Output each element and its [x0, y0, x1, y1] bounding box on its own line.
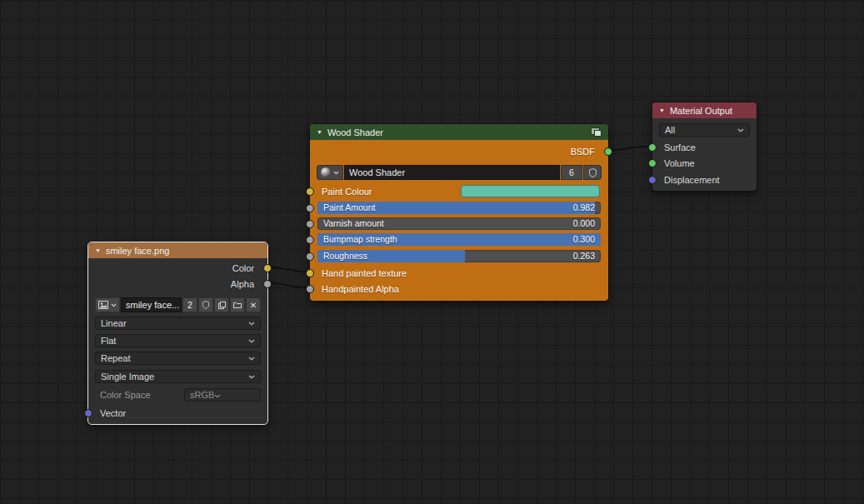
close-icon: ✕ — [250, 301, 257, 310]
paint-amount-label: Paint Amount — [323, 202, 375, 214]
surface-input-label: Surface — [652, 142, 696, 152]
chevron-down-icon — [248, 322, 255, 326]
color-output-socket[interactable] — [263, 264, 272, 272]
vector-input-socket[interactable] — [84, 409, 92, 417]
fake-user-shield-button[interactable] — [583, 165, 602, 180]
chevron-down-icon — [248, 339, 255, 343]
image-name-field[interactable]: smiley face... — [121, 297, 182, 312]
chevron-down-icon — [248, 357, 255, 361]
material-output-node[interactable]: ▼ Material Output All Surface Volume Dis… — [652, 102, 757, 192]
color-space-label: Color Space — [100, 390, 151, 400]
chevron-down-icon — [737, 128, 744, 132]
interpolation-value: Linear — [101, 318, 127, 328]
bumpmap-strength-label: Bumpmap strength — [323, 233, 397, 246]
wire-bsdf-to-surface — [607, 147, 652, 151]
wire-alpha-to-handpainted-alpha — [267, 283, 309, 288]
material-browse-button[interactable] — [317, 165, 343, 180]
image-browse-button[interactable] — [95, 297, 120, 312]
handpainted-alpha-input-socket[interactable] — [306, 285, 314, 293]
paint-colour-input-socket[interactable] — [306, 187, 314, 196]
wood-shader-node-header[interactable]: ▼ Wood Shader — [310, 124, 608, 140]
group-users-count-button[interactable]: 6 — [561, 165, 582, 180]
image-texture-node[interactable]: ▼ smiley face.png Color Alpha smiley fac… — [87, 242, 268, 425]
roughness-input-socket[interactable] — [306, 252, 314, 261]
source-dropdown[interactable]: Single Image — [95, 370, 261, 383]
chevron-down-icon — [248, 375, 255, 379]
surface-input-row: Surface — [652, 141, 757, 153]
image-texture-node-title: smiley face.png — [106, 246, 169, 256]
material-output-node-title: Material Output — [670, 106, 732, 116]
wood-shader-node-title: Wood Shader — [327, 127, 383, 137]
displacement-input-label: Displacement — [652, 175, 720, 185]
volume-input-row: Volume — [652, 157, 757, 169]
handpainted-alpha-label: Handpainted Alpha — [310, 284, 399, 294]
bumpmap-strength-value: 0.300 — [573, 233, 595, 246]
bsdf-output-row: BSDF — [310, 145, 608, 157]
chevron-down-icon — [111, 303, 117, 307]
color-output-row: Color — [88, 262, 267, 274]
surface-input-socket[interactable] — [648, 143, 657, 152]
alpha-output-socket[interactable] — [263, 280, 272, 288]
color-space-value: sRGB — [190, 390, 214, 400]
extension-dropdown[interactable]: Repeat — [95, 352, 261, 365]
alpha-output-row: Alpha — [88, 277, 267, 290]
roughness-label: Roughness — [323, 250, 367, 262]
paint-amount-input-socket[interactable] — [306, 204, 314, 212]
bumpmap-strength-input-socket[interactable] — [306, 236, 314, 244]
projection-value: Flat — [101, 336, 116, 346]
color-space-row: Color Space sRGB — [88, 388, 267, 402]
folder-icon — [233, 302, 242, 308]
shield-icon — [202, 301, 209, 309]
node-editor-canvas[interactable]: ▼ smiley face.png Color Alpha smiley fac… — [0, 0, 864, 504]
wood-shader-node[interactable]: ▼ Wood Shader BSDF Wood Shader 6 — [309, 123, 609, 302]
output-target-value: All — [665, 125, 675, 135]
vector-input-row: Vector — [88, 407, 267, 419]
interpolation-dropdown[interactable]: Linear — [95, 317, 261, 330]
hand-painted-texture-input-socket[interactable] — [306, 269, 314, 277]
displacement-input-socket[interactable] — [648, 176, 657, 184]
material-output-node-header[interactable]: ▼ Material Output — [652, 102, 757, 118]
material-sphere-icon — [321, 167, 331, 177]
group-datablock-row: Wood Shader 6 — [317, 165, 602, 180]
color-space-dropdown[interactable]: sRGB — [184, 388, 261, 402]
extension-value: Repeat — [101, 353, 130, 363]
paint-amount-value: 0.982 — [573, 202, 595, 214]
wire-color-to-hand-painted-texture — [267, 267, 309, 272]
new-image-button[interactable] — [214, 297, 229, 312]
collapse-triangle-icon[interactable]: ▼ — [95, 247, 101, 253]
roughness-slider[interactable]: Roughness 0.263 — [317, 250, 601, 262]
image-users-count-button[interactable]: 2 — [182, 297, 197, 312]
duplicate-icon — [218, 302, 226, 309]
bumpmap-strength-slider[interactable]: Bumpmap strength 0.300 — [317, 233, 601, 246]
projection-dropdown[interactable]: Flat — [95, 334, 261, 347]
chevron-down-icon — [333, 171, 339, 175]
volume-input-label: Volume — [652, 158, 695, 168]
image-texture-node-header[interactable]: ▼ smiley face.png — [88, 242, 267, 258]
hand-painted-texture-label: Hand painted texture — [310, 268, 407, 278]
bsdf-output-socket[interactable] — [604, 147, 612, 156]
paint-colour-label: Paint Colour — [310, 187, 372, 197]
output-target-dropdown[interactable]: All — [659, 123, 750, 137]
roughness-value: 0.263 — [573, 250, 595, 262]
volume-input-socket[interactable] — [648, 159, 657, 167]
bsdf-output-label: BSDF — [571, 147, 608, 157]
displacement-input-row: Displacement — [652, 173, 757, 186]
collapse-triangle-icon[interactable]: ▼ — [659, 107, 665, 113]
varnish-amount-label: Varnish amount — [323, 217, 384, 230]
chevron-down-icon — [214, 390, 221, 400]
paint-amount-slider[interactable]: Paint Amount 0.982 — [317, 202, 601, 214]
image-datablock-row: smiley face... 2 ✕ — [95, 297, 261, 312]
hand-painted-texture-row: Hand painted texture — [310, 267, 608, 279]
group-name-field[interactable]: Wood Shader — [344, 165, 560, 180]
varnish-amount-input-socket[interactable] — [306, 220, 314, 228]
collapse-triangle-icon[interactable]: ▼ — [317, 129, 322, 135]
unlink-image-button[interactable]: ✕ — [246, 297, 261, 312]
alpha-output-label: Alpha — [231, 279, 267, 289]
shield-icon — [589, 168, 597, 177]
paint-colour-swatch[interactable] — [461, 185, 600, 197]
varnish-amount-slider[interactable]: Varnish amount 0.000 — [317, 217, 601, 230]
varnish-amount-value: 0.000 — [573, 217, 595, 230]
fake-user-shield-button[interactable] — [198, 297, 213, 312]
open-image-button[interactable] — [230, 297, 245, 312]
handpainted-alpha-row: Handpainted Alpha — [310, 282, 608, 295]
